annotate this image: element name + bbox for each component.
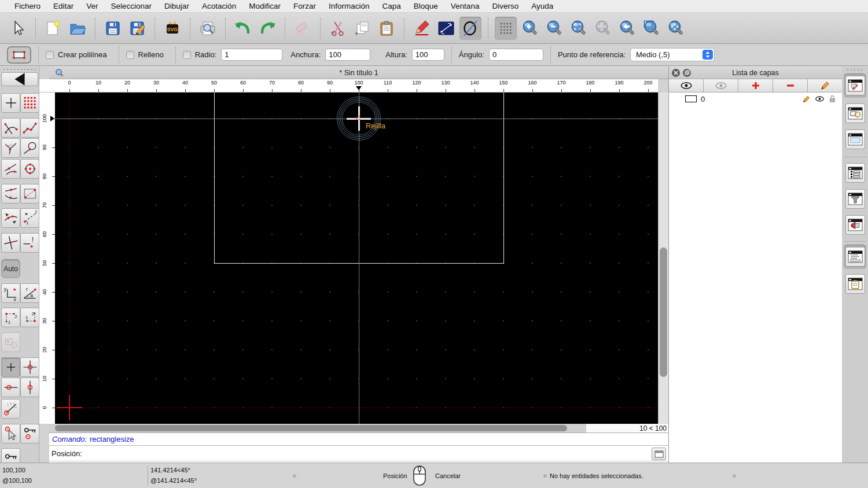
open-folder-button[interactable] <box>67 17 89 40</box>
menu-item-editar[interactable]: Editar <box>47 0 80 13</box>
relzero-v-button[interactable] <box>20 378 39 397</box>
menu-item-bloque[interactable]: Bloque <box>407 0 444 13</box>
relzero-h-button[interactable] <box>1 378 20 397</box>
zoom-window-button[interactable] <box>641 17 663 40</box>
dock-block-list-button[interactable] <box>844 101 866 125</box>
menu-item-fichero[interactable]: Fichero <box>8 0 47 13</box>
dock-layer-list-button[interactable] <box>844 73 866 98</box>
zoom-in-button[interactable] <box>519 17 541 40</box>
vertical-scrollbar[interactable] <box>658 93 668 424</box>
dock-drag-handle[interactable] <box>846 69 865 71</box>
snap-distance-button[interactable]: 12 <box>20 208 39 228</box>
snap-middle-button[interactable] <box>1 184 20 204</box>
close-icon[interactable] <box>672 69 680 77</box>
height-input[interactable] <box>412 49 444 61</box>
command-input-row[interactable]: Posición: <box>49 445 668 461</box>
menu-item-informacion[interactable]: Información <box>322 0 376 13</box>
dock-clipboard-button[interactable] <box>844 272 866 296</box>
refpoint-select[interactable]: Medio (,5) <box>630 48 715 61</box>
dock-library-button[interactable] <box>844 127 866 151</box>
hide-all-layers-button[interactable] <box>704 79 738 92</box>
cut-button[interactable] <box>327 17 349 40</box>
snap-grid-button[interactable] <box>20 93 39 113</box>
dock-plugin-button[interactable] <box>844 213 866 237</box>
coord-cartesian-button[interactable]: yx <box>1 283 20 303</box>
grid-button[interactable] <box>495 17 517 40</box>
print-preview-button[interactable] <box>197 17 219 40</box>
menu-item-modificar[interactable]: Modificar <box>242 0 287 13</box>
add-layer-button[interactable] <box>738 79 773 92</box>
menu-item-diverso[interactable]: Diverso <box>486 0 525 13</box>
rectangle-size-tool-button[interactable] <box>7 46 31 64</box>
svg-export-button[interactable]: SVG <box>161 17 183 40</box>
key-partial-button[interactable] <box>1 448 20 463</box>
width-input[interactable] <box>325 49 370 61</box>
snap-endpoints-button[interactable] <box>1 118 20 138</box>
zoom-pan-button[interactable] <box>665 17 687 40</box>
snap-tangent-button[interactable] <box>20 138 39 158</box>
dock-command-button[interactable] <box>844 245 866 269</box>
relzero-plus-button[interactable] <box>1 357 20 377</box>
radius-input[interactable] <box>221 49 282 61</box>
copy-button[interactable] <box>351 17 373 40</box>
menu-item-acotacion[interactable]: Acotación <box>196 0 242 13</box>
auto-snap-button[interactable]: Auto <box>1 259 20 278</box>
ellipse-button[interactable] <box>459 17 481 40</box>
edit-layer-button[interactable] <box>808 79 842 92</box>
command-dock-toggle-button[interactable] <box>652 448 666 460</box>
fill-checkbox[interactable] <box>126 51 134 59</box>
zoom-auto-button[interactable] <box>568 17 590 40</box>
layer-lock-icon[interactable] <box>829 95 836 103</box>
save-as-button[interactable] <box>126 17 148 40</box>
edit-layer-icon[interactable] <box>802 95 811 103</box>
zoom-back-button[interactable] <box>616 17 638 40</box>
menu-item-ventana[interactable]: Ventana <box>444 0 486 13</box>
pen-button[interactable] <box>411 17 433 40</box>
horizontal-scrollbar[interactable]: 10 < 100 <box>49 424 668 432</box>
vertical-scrollbar-thumb[interactable] <box>660 247 667 377</box>
new-file-button[interactable] <box>42 17 64 40</box>
float-panel-icon[interactable] <box>683 69 691 77</box>
palette-back-button[interactable] <box>1 72 38 86</box>
corner-12-button[interactable]: 12 <box>1 308 20 327</box>
menu-item-seleccionar[interactable]: Seleccionar <box>105 0 159 13</box>
snap-middle-manual-button[interactable] <box>1 208 20 228</box>
snap-perpendicular-button[interactable] <box>1 138 20 158</box>
snap-center-button[interactable] <box>20 159 39 179</box>
snap-reference-button[interactable] <box>20 184 39 204</box>
menu-item-dibujar[interactable]: Dibujar <box>158 0 196 13</box>
corner-21-button[interactable]: 12 <box>20 308 39 327</box>
redo-button[interactable] <box>256 17 278 40</box>
show-all-layers-button[interactable] <box>669 79 704 92</box>
menu-item-capa[interactable]: Capa <box>376 0 407 13</box>
layer-row[interactable]: 0 <box>669 93 842 105</box>
lock-relzero-button[interactable] <box>20 424 39 443</box>
snap-intersection-button[interactable] <box>1 233 20 253</box>
dock-entity-list-button[interactable] <box>844 161 866 185</box>
horizontal-scrollbar-thumb[interactable] <box>55 425 567 431</box>
undo-button[interactable] <box>232 17 254 40</box>
coord-polar-button[interactable]: ra <box>20 283 39 303</box>
snap-entity-button[interactable] <box>20 118 39 138</box>
paste-button[interactable] <box>376 17 398 40</box>
set-relzero-button[interactable] <box>20 357 39 377</box>
remove-layer-button[interactable] <box>773 79 808 92</box>
snap-free-button[interactable] <box>1 93 20 113</box>
protractor-button[interactable] <box>1 399 20 419</box>
line-button[interactable] <box>435 17 457 40</box>
drawing-canvas[interactable]: Rejilla <box>55 93 658 424</box>
radius-checkbox[interactable] <box>183 51 191 59</box>
angle-input[interactable] <box>489 49 543 61</box>
save-button[interactable] <box>102 17 124 40</box>
menu-item-ver[interactable]: Ver <box>80 0 104 13</box>
select-target-button[interactable] <box>1 424 20 443</box>
create-polyline-checkbox[interactable] <box>46 51 54 59</box>
layer-visibility-icon[interactable] <box>815 95 825 102</box>
cursor-button[interactable] <box>7 17 29 40</box>
snap-intersection-manual-button[interactable]: ! <box>20 233 39 253</box>
menu-item-ayuda[interactable]: Ayuda <box>525 0 560 13</box>
dock-filter-button[interactable] <box>844 187 866 211</box>
zoom-out-button[interactable] <box>543 17 565 40</box>
menu-item-forzar[interactable]: Forzar <box>287 0 322 13</box>
snap-nearest-button[interactable] <box>1 159 20 179</box>
